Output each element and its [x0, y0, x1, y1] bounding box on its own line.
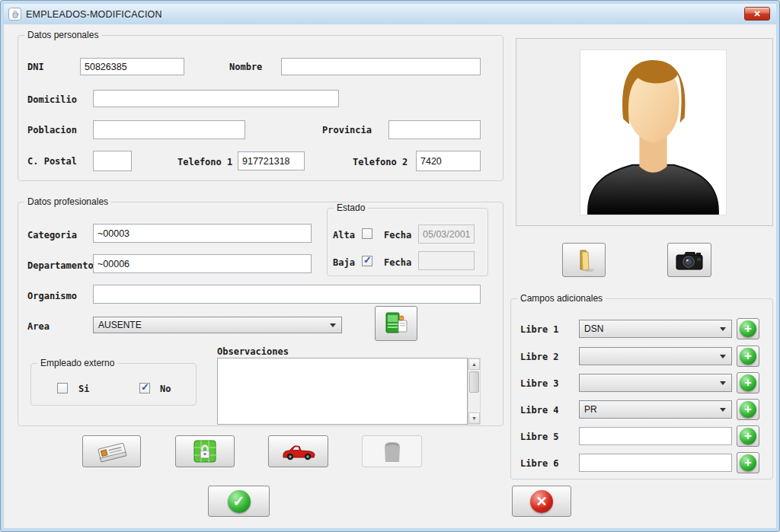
cancel-button[interactable]: ✕: [512, 486, 571, 517]
photo-panel: [516, 38, 773, 226]
alta-checkbox[interactable]: [362, 228, 372, 239]
java-app-icon: [8, 8, 21, 21]
libre6-field[interactable]: [579, 454, 732, 472]
plus-icon: +: [740, 320, 756, 337]
libre6-label: Libre 6: [520, 458, 559, 469]
chevron-down-icon: [720, 381, 726, 385]
externo-si-label: Si: [78, 384, 89, 394]
libre1-combobox[interactable]: DSN: [579, 320, 732, 338]
chevron-down-icon: [330, 323, 336, 327]
observaciones-scrollbar[interactable]: ▲ ▼: [468, 358, 481, 425]
area-label: Area: [27, 321, 50, 332]
categoria-label: Categoria: [27, 230, 77, 241]
alta-fecha-label: Fecha: [384, 230, 411, 241]
area-combobox[interactable]: AUSENTE: [93, 317, 342, 333]
baja-fecha-field: [418, 251, 475, 270]
id-card-icon: [95, 440, 129, 463]
plus-icon: +: [740, 454, 756, 471]
externo-no-checkbox[interactable]: [139, 383, 150, 393]
chevron-down-icon: [720, 355, 726, 358]
externo-si-checkbox[interactable]: [57, 383, 68, 393]
save-secure-button[interactable]: [175, 435, 235, 467]
vehicle-button[interactable]: [268, 435, 328, 467]
externo-no-label: No: [160, 384, 171, 394]
employee-photo: [580, 49, 727, 215]
contacts-card-button[interactable]: [82, 435, 141, 467]
baja-checkbox[interactable]: [362, 256, 372, 266]
organismo-label: Organismo: [27, 291, 77, 301]
plus-icon: +: [740, 428, 756, 444]
scroll-down-icon[interactable]: ▼: [468, 413, 480, 424]
poblacion-label: Poblacion: [27, 125, 77, 135]
close-button[interactable]: ✕: [744, 7, 770, 21]
scroll-up-icon[interactable]: ▲: [468, 358, 480, 370]
chevron-down-icon: [720, 408, 726, 412]
scrollbar-thumb[interactable]: [469, 371, 479, 393]
cpostal-field[interactable]: [93, 151, 132, 171]
libre4-value: PR: [584, 404, 597, 415]
accept-button[interactable]: ✓: [208, 486, 270, 517]
disabled-gray-icon: [379, 439, 405, 464]
libre4-combobox[interactable]: PR: [579, 400, 732, 419]
accept-check-icon: ✓: [228, 490, 251, 513]
open-folder-button[interactable]: [562, 243, 606, 277]
libre3-label: Libre 3: [520, 378, 559, 389]
provincia-label: Provincia: [322, 125, 372, 135]
green-lock-icon: [192, 439, 218, 464]
plus-icon: +: [740, 401, 756, 418]
camera-button[interactable]: [667, 243, 711, 277]
baja-label: Baja: [333, 257, 355, 268]
libre5-add-button[interactable]: +: [737, 425, 759, 447]
domicilio-field[interactable]: [93, 90, 339, 107]
estado-title: Estado: [334, 202, 368, 213]
campos-adicionales-title: Campos adicionales: [517, 293, 606, 304]
organismo-field[interactable]: [93, 285, 481, 304]
libre2-combobox[interactable]: [579, 347, 732, 365]
telefono2-field[interactable]: [416, 151, 481, 171]
datos-personales-title: Datos personales: [24, 30, 101, 40]
libre6-add-button[interactable]: +: [737, 452, 759, 473]
titlebar: EMPLEADOS-MODIFICACION ✕: [4, 4, 776, 24]
chevron-down-icon: [720, 327, 726, 331]
green-book-icon: [383, 311, 409, 336]
domicilio-label: Domicilio: [27, 94, 77, 105]
libre1-label: Libre 1: [520, 324, 559, 335]
dni-label: DNI: [27, 62, 44, 72]
app-window: EMPLEADOS-MODIFICACION ✕ Datos personale…: [0, 0, 780, 532]
libre4-add-button[interactable]: +: [737, 399, 759, 420]
categoria-field[interactable]: [93, 224, 312, 243]
alta-label: Alta: [333, 230, 355, 241]
departamento-label: Departamento: [27, 260, 94, 271]
nombre-field[interactable]: [281, 58, 481, 75]
observaciones-textarea[interactable]: [217, 358, 468, 425]
camera-icon: [675, 249, 704, 272]
libre3-combobox[interactable]: [579, 374, 732, 392]
window-title: EMPLEADOS-MODIFICACION: [26, 9, 162, 20]
libre5-label: Libre 5: [520, 432, 559, 442]
cpostal-label: C. Postal: [27, 156, 77, 167]
libre3-add-button[interactable]: +: [737, 372, 759, 393]
alta-fecha-field: [418, 225, 475, 244]
client-area: Datos personales DNI Nombre Domicilio Po…: [4, 24, 776, 528]
folder-icon: [571, 248, 597, 272]
area-combobox-value: AUSENTE: [98, 320, 142, 330]
baja-fecha-label: Fecha: [384, 257, 411, 268]
observaciones-label: Observaciones: [217, 346, 289, 357]
libre2-label: Libre 2: [520, 352, 559, 362]
libre5-field[interactable]: [579, 427, 732, 445]
dni-field[interactable]: [80, 58, 184, 75]
provincia-field[interactable]: [388, 120, 481, 139]
departamento-field[interactable]: [93, 254, 312, 273]
libre4-label: Libre 4: [520, 405, 559, 416]
disabled-extra-button: [362, 435, 422, 467]
datos-profesionales-title: Datos profesionales: [24, 196, 111, 207]
telefono1-field[interactable]: [238, 151, 305, 170]
red-car-icon: [281, 441, 316, 461]
libre1-add-button[interactable]: +: [737, 318, 759, 339]
java-cup-glyph: [11, 10, 20, 19]
area-lookup-button[interactable]: [375, 306, 417, 341]
libre2-add-button[interactable]: +: [737, 346, 759, 367]
plus-icon: +: [740, 348, 756, 365]
poblacion-field[interactable]: [93, 120, 245, 139]
plus-icon: +: [740, 374, 756, 391]
